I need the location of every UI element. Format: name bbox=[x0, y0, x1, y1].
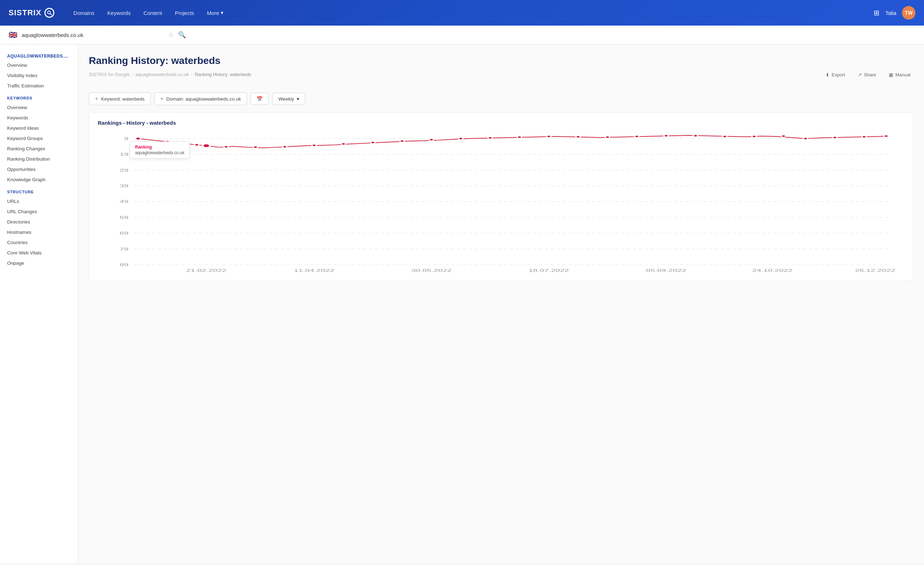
manual-icon: ▦ bbox=[889, 72, 893, 78]
logo-text: SISTRIX bbox=[9, 8, 42, 17]
sidebar-item-ranking-distribution[interactable]: Ranking Distribution bbox=[0, 154, 78, 164]
svg-line-1 bbox=[50, 13, 51, 15]
breadcrumb-sep-1: › bbox=[132, 72, 133, 77]
search-input[interactable] bbox=[22, 32, 164, 38]
svg-text:05.09.2022: 05.09.2022 bbox=[646, 268, 687, 273]
svg-text:9: 9 bbox=[124, 136, 129, 141]
nav-projects[interactable]: Projects bbox=[170, 7, 199, 19]
svg-point-41 bbox=[547, 135, 551, 138]
svg-point-53 bbox=[884, 135, 888, 137]
svg-text:79: 79 bbox=[119, 247, 128, 251]
sidebar-item-hostnames[interactable]: Hostnames bbox=[0, 227, 78, 237]
sidebar-item-visibility-index[interactable]: Visibility Index bbox=[0, 70, 78, 81]
app-header: SISTRIX Domains Keywords Content Project… bbox=[0, 0, 924, 25]
sidebar-domain: AQUAGLOWWATERBEDS.... bbox=[0, 51, 78, 60]
nav-keywords[interactable]: Keywords bbox=[102, 7, 136, 19]
user-name: Talia bbox=[885, 10, 896, 16]
sidebar-item-keyword-groups[interactable]: Keyword Groups bbox=[0, 133, 78, 144]
svg-point-38 bbox=[459, 138, 463, 139]
sidebar-item-directories[interactable]: Directories bbox=[0, 217, 78, 227]
calendar-filter[interactable]: 📅 bbox=[250, 93, 268, 105]
svg-point-45 bbox=[664, 135, 668, 137]
svg-point-48 bbox=[752, 135, 756, 138]
sidebar-item-keywords-overview[interactable]: Overview bbox=[0, 102, 78, 112]
nav-more[interactable]: More ▾ bbox=[202, 7, 228, 19]
page-layout: AQUAGLOWWATERBEDS.... Overview Visibilit… bbox=[0, 44, 924, 563]
plus-icon-2: + bbox=[160, 96, 164, 102]
share-button[interactable]: ↗ Share bbox=[855, 71, 879, 79]
svg-text:26.12.2022: 26.12.2022 bbox=[855, 268, 896, 273]
sidebar-item-keyword-ideas[interactable]: Keyword Ideas bbox=[0, 123, 78, 133]
breadcrumb: SISTRIX for Google › aquaglowwaterbeds.c… bbox=[89, 72, 251, 77]
sidebar-section-keywords: KEYWORDS bbox=[0, 91, 78, 102]
svg-point-43 bbox=[605, 136, 609, 138]
sidebar-item-overview-top[interactable]: Overview bbox=[0, 60, 78, 70]
grid-icon[interactable]: ⊞ bbox=[873, 9, 880, 17]
svg-point-51 bbox=[832, 136, 837, 139]
period-filter[interactable]: Weekly ▾ bbox=[272, 93, 305, 105]
keyword-filter[interactable]: + Keyword: waterbeds bbox=[89, 92, 151, 105]
sidebar-section-structure: STRUCTURE bbox=[0, 185, 78, 196]
svg-point-33 bbox=[312, 144, 316, 146]
nav-content[interactable]: Content bbox=[139, 7, 167, 19]
breadcrumb-home[interactable]: SISTRIX for Google bbox=[89, 72, 130, 77]
sidebar-item-ranking-changes[interactable]: Ranking Changes bbox=[0, 144, 78, 154]
avatar[interactable]: TW bbox=[902, 6, 915, 19]
chart-card: Rankings - History - waterbeds Ranking a… bbox=[89, 112, 914, 281]
search-icons: ☆ 🔍 bbox=[168, 31, 186, 39]
svg-point-35 bbox=[370, 141, 375, 144]
filter-bar: + Keyword: waterbeds + Domain: aquagloww… bbox=[89, 92, 914, 105]
svg-point-39 bbox=[488, 137, 492, 139]
sidebar-item-urls[interactable]: URLs bbox=[0, 196, 78, 207]
logo[interactable]: SISTRIX bbox=[9, 8, 54, 18]
domain-filter[interactable]: + Domain: aquaglowwaterbeds.co.uk bbox=[154, 92, 247, 105]
svg-point-49 bbox=[781, 135, 785, 137]
svg-text:18.07.2022: 18.07.2022 bbox=[528, 268, 569, 273]
sidebar: AQUAGLOWWATERBEDS.... Overview Visibilit… bbox=[0, 44, 78, 563]
sidebar-item-url-changes[interactable]: URL Changes bbox=[0, 207, 78, 217]
svg-point-28 bbox=[165, 141, 170, 143]
svg-point-40 bbox=[517, 136, 521, 138]
sidebar-item-countries[interactable]: Countries bbox=[0, 237, 78, 248]
search-icon[interactable]: 🔍 bbox=[178, 31, 186, 39]
svg-point-27 bbox=[135, 138, 140, 140]
share-icon: ↗ bbox=[858, 72, 862, 78]
sidebar-item-traffic-estimation[interactable]: Traffic Estimation bbox=[0, 81, 78, 91]
sidebar-item-onpage[interactable]: Onpage bbox=[0, 258, 78, 268]
svg-text:89: 89 bbox=[119, 262, 128, 267]
search-bar: 🇬🇧 ☆ 🔍 bbox=[0, 25, 924, 44]
svg-point-34 bbox=[341, 143, 345, 145]
sidebar-item-opportunities[interactable]: Opportunities bbox=[0, 164, 78, 174]
nav-domains[interactable]: Domains bbox=[69, 7, 99, 19]
svg-text:39: 39 bbox=[119, 184, 128, 188]
svg-text:21.02.2022: 21.02.2022 bbox=[186, 268, 227, 273]
svg-text:11.04.2022: 11.04.2022 bbox=[294, 268, 334, 273]
svg-text:19: 19 bbox=[119, 152, 128, 156]
sidebar-item-knowledge-graph[interactable]: Knowledge Graph bbox=[0, 174, 78, 185]
svg-point-32 bbox=[282, 146, 287, 148]
svg-text:69: 69 bbox=[119, 231, 128, 235]
main-nav: Domains Keywords Content Projects More ▾ bbox=[69, 7, 860, 19]
chart-title: Rankings - History - waterbeds bbox=[98, 120, 904, 126]
svg-point-44 bbox=[635, 135, 639, 138]
svg-point-42 bbox=[576, 136, 580, 138]
export-button[interactable]: ⬇ Export bbox=[823, 71, 848, 79]
sidebar-item-keywords[interactable]: Keywords bbox=[0, 112, 78, 123]
ranking-chart: 9 19 29 39 49 59 69 79 89 21.02.2022 11.… bbox=[98, 132, 904, 274]
calendar-icon: 📅 bbox=[256, 96, 262, 102]
logo-icon bbox=[44, 8, 54, 18]
star-icon[interactable]: ☆ bbox=[168, 31, 174, 39]
svg-point-30 bbox=[224, 146, 228, 148]
sidebar-item-core-web-vitals[interactable]: Core Web Vitals bbox=[0, 248, 78, 258]
chevron-down-icon-2: ▾ bbox=[297, 96, 299, 102]
svg-point-29 bbox=[194, 144, 199, 146]
chevron-down-icon: ▾ bbox=[221, 10, 224, 16]
svg-point-31 bbox=[253, 146, 257, 148]
action-bar: ⬇ Export ↗ Share ▦ Manual bbox=[823, 71, 914, 79]
manual-button[interactable]: ▦ Manual bbox=[886, 71, 914, 79]
svg-point-47 bbox=[723, 135, 727, 138]
export-icon: ⬇ bbox=[825, 72, 830, 78]
svg-text:24.10.2022: 24.10.2022 bbox=[752, 268, 793, 273]
header-right: ⊞ Talia TW bbox=[873, 6, 915, 19]
breadcrumb-domain[interactable]: aquaglowwaterbeds.co.uk bbox=[135, 72, 189, 77]
